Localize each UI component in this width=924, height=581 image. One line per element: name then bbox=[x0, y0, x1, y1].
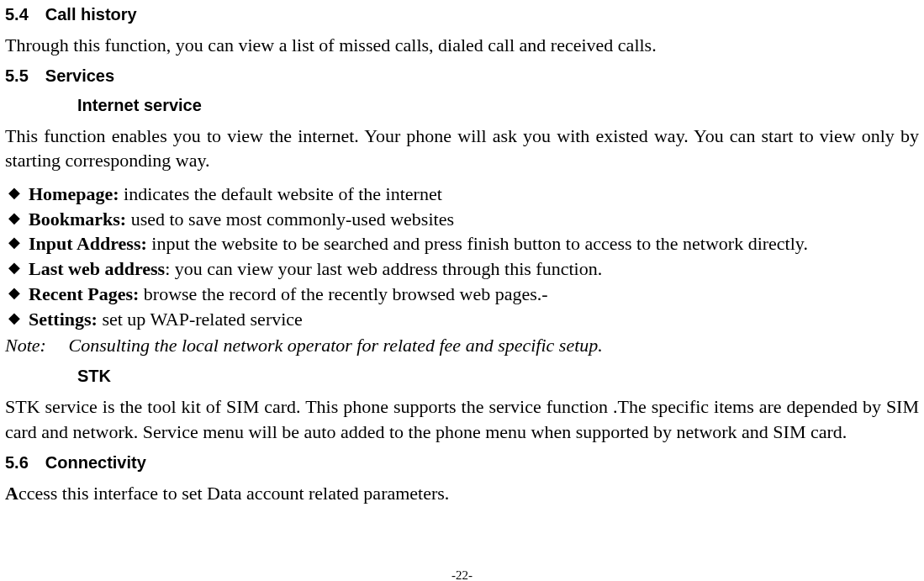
page-number: -22- bbox=[0, 568, 924, 581]
list-item-text: : you can view your last web address thr… bbox=[165, 258, 602, 279]
heading-5-5: 5.5 Services bbox=[5, 66, 919, 86]
note-label: Note: bbox=[5, 335, 64, 357]
list-item-label: Recent Pages: bbox=[29, 283, 139, 304]
list-item-label: Homepage: bbox=[29, 183, 119, 204]
body-5-6-rest: ccess this interface to set Data account… bbox=[18, 483, 449, 504]
list-item: Settings: set up WAP-related service bbox=[5, 307, 919, 332]
heading-5-4: 5.4 Call history bbox=[5, 5, 919, 24]
list-item-text: set up WAP-related service bbox=[98, 309, 303, 330]
list-item-label: Bookmarks: bbox=[29, 209, 126, 230]
body-internet-intro: This function enables you to view the in… bbox=[5, 124, 919, 173]
body-stk: STK service is the tool kit of SIM card.… bbox=[5, 394, 919, 444]
list-item: Input Address: input the website to be s… bbox=[5, 231, 919, 256]
list-item-text: used to save most commonly-used websites bbox=[126, 209, 454, 230]
list-item-label: Last web address bbox=[29, 258, 165, 279]
body-5-4: Through this function, you can view a li… bbox=[5, 33, 919, 58]
note-text: Consulting the local network operator fo… bbox=[69, 335, 603, 356]
heading-internet-service: Internet service bbox=[77, 96, 919, 115]
note-line: Note: Consulting the local network opera… bbox=[5, 335, 919, 357]
body-5-6-prefix: A bbox=[5, 483, 18, 504]
list-item-label: Settings: bbox=[29, 309, 98, 330]
list-item: Last web address: you can view your last… bbox=[5, 256, 919, 282]
heading-stk: STK bbox=[77, 367, 919, 386]
body-5-6: Access this interface to set Data accoun… bbox=[5, 481, 919, 506]
heading-5-6: 5.6 Connectivity bbox=[5, 453, 919, 473]
list-item-text: indicates the default website of the int… bbox=[119, 183, 442, 204]
list-item-label: Input Address: bbox=[29, 233, 147, 254]
list-item: Bookmarks: used to save most commonly-us… bbox=[5, 207, 919, 232]
list-item: Recent Pages: browse the record of the r… bbox=[5, 282, 919, 307]
list-item-text: input the website to be searched and pre… bbox=[147, 233, 808, 254]
page: 5.4 Call history Through this function, … bbox=[0, 5, 924, 581]
internet-options-list: Homepage: indicates the default website … bbox=[5, 182, 919, 331]
list-item: Homepage: indicates the default website … bbox=[5, 182, 919, 207]
list-item-text: browse the record of the recently browse… bbox=[139, 283, 547, 304]
